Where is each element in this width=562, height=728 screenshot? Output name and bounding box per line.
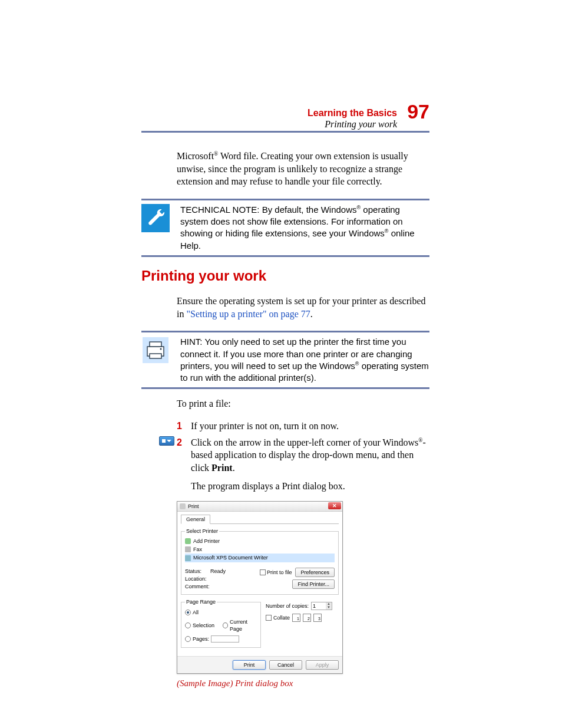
group-label: Select Printer [185, 528, 219, 535]
radio-icon [185, 610, 191, 615]
add-printer-icon [185, 538, 191, 544]
radio-current-page[interactable]: Current Page [223, 618, 257, 633]
radio-label: Selection [193, 622, 214, 629]
print-button[interactable]: Print [233, 660, 266, 670]
group-label: Page Range [185, 598, 217, 605]
intro-paragraph: Microsoft® Word file. Creating your own … [177, 150, 429, 188]
note-rule-top [141, 199, 429, 200]
note-label: TECHNICAL NOTE: [180, 205, 259, 215]
registered-mark: ® [385, 228, 389, 234]
text: . [310, 309, 313, 319]
cancel-button[interactable]: Cancel [269, 660, 302, 670]
step-2: 2 Click on the arrow in the upper-left c… [177, 436, 429, 493]
text: Microsoft XPS Document Writer [193, 554, 268, 561]
dialog-title: Print [188, 503, 199, 510]
collate-label: Collate [273, 614, 290, 621]
figure-caption: (Sample Image) Print dialog box [177, 677, 429, 689]
collate-icon [292, 614, 322, 622]
hint-label: HINT: [180, 337, 203, 347]
svg-point-4 [160, 348, 162, 350]
printer-list[interactable]: Add Printer Fax Microsoft XPS Document W… [185, 537, 335, 562]
section-subtitle: Printing your work [308, 118, 397, 130]
list-item-selected[interactable]: Microsoft XPS Document Writer [185, 554, 335, 562]
select-printer-group: Select Printer Add Printer Fax Microsoft… [181, 528, 339, 595]
apply-button[interactable]: Apply [306, 660, 339, 670]
step-number: 2 [177, 436, 185, 493]
collate-checkbox[interactable] [266, 615, 272, 621]
hint-rule-top [141, 331, 429, 332]
page-number: 97 [407, 100, 429, 123]
step-1: 1 If your printer is not on, turn it on … [177, 420, 429, 433]
print-to-file-label: Print to file [267, 569, 292, 576]
copies-input[interactable] [312, 602, 326, 610]
tab-general[interactable]: General [181, 515, 210, 524]
bold-term: Print [211, 463, 233, 473]
copies-label: Number of copies: [266, 602, 309, 610]
list-item[interactable]: Add Printer [185, 537, 335, 545]
step-followup: The program displays a Print dialog box. [191, 480, 429, 493]
section-heading: Printing your work [141, 266, 429, 285]
printer-icon [141, 336, 170, 364]
dialog-button-row: Print Cancel Apply [177, 656, 342, 673]
fax-icon [185, 546, 191, 552]
radio-label: Current Page [230, 618, 257, 633]
page-range-group: Page Range All Selection Current Page Pa… [181, 598, 261, 648]
radio-all[interactable]: All [185, 609, 257, 616]
text: Microsoft [177, 151, 214, 161]
text: Add Printer [193, 538, 220, 545]
location-label: Location: [185, 575, 260, 582]
printer-title-icon [180, 503, 186, 509]
tab-strip: General [181, 514, 339, 524]
spinner-down-icon[interactable]: ▼ [326, 606, 332, 610]
step-number: 1 [177, 420, 185, 433]
dialog-titlebar: Print ✕ [177, 502, 342, 512]
radio-selection[interactable]: Selection [185, 618, 214, 633]
comment-label: Comment: [185, 583, 260, 590]
print-dialog-sample: Print ✕ General Select Printer Add Print… [177, 501, 342, 674]
find-printer-button[interactable]: Find Printer... [292, 579, 335, 589]
list-item[interactable]: Fax [185, 545, 335, 554]
ensure-paragraph: Ensure the operating system is set up fo… [177, 295, 429, 320]
status-value: Ready [210, 568, 226, 574]
collate-page-icon [292, 614, 300, 622]
pages-input[interactable] [211, 635, 239, 643]
collate-page-icon [313, 614, 322, 622]
print-dialog: Print ✕ General Select Printer Add Print… [177, 501, 343, 674]
svg-rect-3 [150, 354, 161, 358]
radio-icon [185, 636, 191, 642]
step-text: If your printer is not on, turn it on no… [191, 420, 429, 433]
radio-label: Pages: [193, 635, 209, 643]
note-rule-bottom [141, 255, 429, 257]
text: . [233, 463, 235, 473]
svg-rect-2 [150, 342, 161, 347]
status-column: Status: Ready Location: Comment: [185, 567, 260, 591]
hint-text: HINT: You only need to set up the printe… [180, 336, 429, 384]
xps-icon [185, 555, 191, 561]
preferences-button[interactable]: Preferences [295, 568, 335, 577]
cross-reference-link[interactable]: "Setting up a printer" on page 77 [186, 309, 310, 319]
radio-pages[interactable]: Pages: [185, 635, 257, 643]
collate-page-icon [303, 614, 311, 622]
hint-note: HINT: You only need to set up the printe… [141, 336, 429, 384]
header-rule [141, 131, 429, 133]
to-print-label: To print a file: [177, 397, 429, 410]
chapter-title: Learning the Basics [308, 107, 397, 118]
hint-rule-bottom [141, 387, 429, 389]
page: 97 Learning the Basics Printing your wor… [0, 0, 562, 728]
text: Fax [193, 546, 202, 553]
radio-icon [185, 622, 191, 628]
running-header: Learning the Basics Printing your work [308, 107, 397, 130]
text: Click on the arrow in the upper-left cor… [191, 437, 418, 447]
print-to-file-checkbox[interactable] [260, 569, 266, 575]
technical-note: TECHNICAL NOTE: By default, the Windows®… [141, 204, 429, 252]
note-text: TECHNICAL NOTE: By default, the Windows®… [180, 204, 429, 252]
office-button-icon [159, 436, 174, 446]
radio-icon [223, 622, 228, 628]
close-icon[interactable]: ✕ [328, 502, 341, 509]
radio-label: All [193, 609, 199, 616]
text: By default, the Windows [259, 205, 356, 215]
copies-spinner[interactable]: ▲▼ [311, 602, 332, 610]
status-label: Status: [185, 568, 201, 574]
wrench-icon [141, 204, 170, 252]
step-text: Click on the arrow in the upper-left cor… [191, 436, 429, 493]
